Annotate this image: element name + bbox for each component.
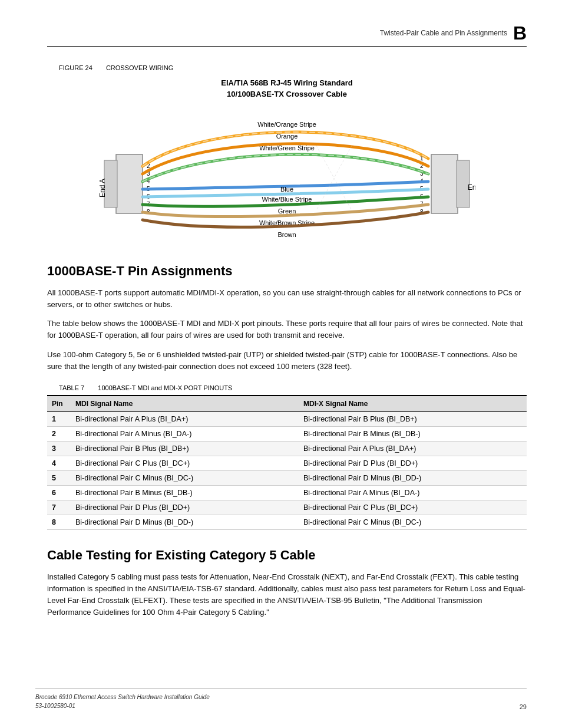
- cell-mdi: Bi-directional Pair B Minus (BI_DB-): [71, 485, 299, 500]
- footer-line1: Brocade 6910 Ethernet Access Switch Hard…: [35, 693, 210, 701]
- cell-pin: 4: [47, 456, 71, 470]
- table-row: 5Bi-directional Pair C Minus (BI_DC-)Bi-…: [47, 470, 527, 485]
- header-bar: Twisted-Pair Cable and Pin Assignments B: [47, 24, 527, 47]
- table-row: 6Bi-directional Pair B Minus (BI_DB-)Bi-…: [47, 485, 527, 500]
- footer-left: Brocade 6910 Ethernet Access Switch Hard…: [35, 693, 210, 710]
- wiring-diagram: End A End B 2 3 4 5 6 7 8 1 2 3 4 5 6 7 …: [98, 110, 475, 246]
- cell-pin: 5: [47, 470, 71, 485]
- cell-pin: 3: [47, 441, 71, 456]
- section1-heading: 1000BASE-T Pin Assignments: [47, 263, 527, 279]
- svg-text:White/Blue Stripe: White/Blue Stripe: [262, 196, 312, 203]
- table-header-row: Pin MDI Signal Name MDI-X Signal Name: [47, 396, 527, 412]
- cell-mdix: Bi-directional Pair C Plus (BI_DC+): [299, 500, 527, 515]
- table-label: TABLE 7 1000BASE-T MDI and MDI-X PORT PI…: [47, 384, 527, 391]
- section1-para2: The table below shows the 1000BASE-T MDI…: [47, 318, 527, 341]
- svg-text:End B: End B: [468, 183, 475, 192]
- figure-title: EIA/TIA 568B RJ-45 Wiring Standard: [47, 78, 527, 87]
- svg-text:White/Orange Stripe: White/Orange Stripe: [257, 121, 316, 128]
- cell-mdi: Bi-directional Pair A Minus (BI_DA-): [71, 426, 299, 441]
- cell-pin: 6: [47, 485, 71, 500]
- header-chapter-letter: B: [513, 24, 527, 42]
- cable-diagram-svg: End A End B 2 3 4 5 6 7 8 1 2 3 4 5 6 7 …: [98, 110, 475, 246]
- table-row: 7Bi-directional Pair D Plus (BI_DD+)Bi-d…: [47, 500, 527, 515]
- cell-mdix: Bi-directional Pair B Plus (BI_DB+): [299, 411, 527, 426]
- figure-subtitle: 10/100BASE-TX Crossover Cable: [47, 90, 527, 98]
- pin-table: Pin MDI Signal Name MDI-X Signal Name 1B…: [47, 395, 527, 530]
- table-row: 1Bi-directional Pair A Plus (BI_DA+)Bi-d…: [47, 411, 527, 426]
- svg-text:Green: Green: [278, 207, 296, 215]
- cell-mdi: Bi-directional Pair D Minus (BI_DD-): [71, 515, 299, 529]
- cell-mdix: Bi-directional Pair D Minus (BI_DD-): [299, 470, 527, 485]
- table-row: 2Bi-directional Pair A Minus (BI_DA-)Bi-…: [47, 426, 527, 441]
- cell-mdix: Bi-directional Pair A Plus (BI_DA+): [299, 441, 527, 456]
- section2-heading: Cable Testing for Existing Category 5 Ca…: [47, 548, 527, 563]
- cell-pin: 8: [47, 515, 71, 529]
- footer: Brocade 6910 Ethernet Access Switch Hard…: [35, 689, 527, 710]
- svg-text:End A: End A: [98, 179, 107, 197]
- cell-mdi: Bi-directional Pair C Plus (BI_DC+): [71, 456, 299, 470]
- cell-pin: 1: [47, 411, 71, 426]
- table-row: 8Bi-directional Pair D Minus (BI_DD-)Bi-…: [47, 515, 527, 529]
- cell-pin: 7: [47, 500, 71, 515]
- col-pin: Pin: [47, 396, 71, 412]
- col-mdi: MDI Signal Name: [71, 396, 299, 412]
- table-row: 3Bi-directional Pair B Plus (BI_DB+)Bi-d…: [47, 441, 527, 456]
- footer-page-number: 29: [520, 703, 527, 710]
- figure-label: FIGURE 24 CROSSOVER WIRING: [47, 64, 527, 71]
- cell-mdix: Bi-directional Pair A Minus (BI_DA-): [299, 485, 527, 500]
- svg-text:Blue: Blue: [280, 186, 293, 193]
- section2-para1: Installed Category 5 cabling must pass t…: [47, 571, 527, 619]
- cell-pin: 2: [47, 426, 71, 441]
- section1-para1: All 1000BASE-T ports support automatic M…: [47, 287, 527, 311]
- page: Twisted-Pair Cable and Pin Assignments B…: [0, 0, 562, 728]
- cell-mdi: Bi-directional Pair C Minus (BI_DC-): [71, 470, 299, 485]
- footer-line2: 53-1002580-01: [35, 701, 210, 710]
- section1-para3: Use 100-ohm Category 5, 5e or 6 unshield…: [47, 349, 527, 373]
- svg-rect-0: [116, 154, 143, 213]
- table-row: 4Bi-directional Pair C Plus (BI_DC+)Bi-d…: [47, 456, 527, 470]
- header-section-title: Twisted-Pair Cable and Pin Assignments: [380, 29, 507, 37]
- cell-mdi: Bi-directional Pair B Plus (BI_DB+): [71, 441, 299, 456]
- col-mdix: MDI-X Signal Name: [299, 396, 527, 412]
- svg-text:Brown: Brown: [277, 231, 296, 238]
- svg-rect-3: [431, 154, 458, 213]
- cell-mdix: Bi-directional Pair C Minus (BI_DC-): [299, 515, 527, 529]
- cell-mdix: Bi-directional Pair B Minus (BI_DB-): [299, 426, 527, 441]
- cell-mdix: Bi-directional Pair D Plus (BI_DD+): [299, 456, 527, 470]
- cell-mdi: Bi-directional Pair A Plus (BI_DA+): [71, 411, 299, 426]
- cell-mdi: Bi-directional Pair D Plus (BI_DD+): [71, 500, 299, 515]
